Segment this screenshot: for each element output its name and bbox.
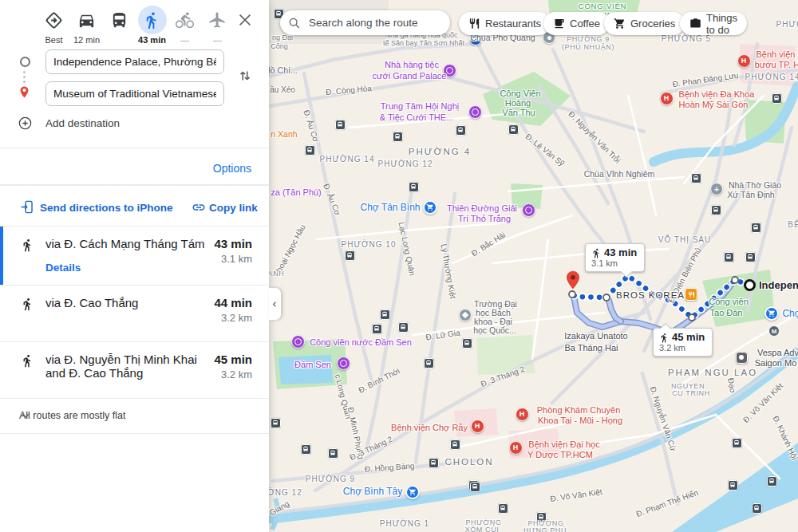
bus-icon[interactable] xyxy=(409,182,419,192)
bus-icon[interactable] xyxy=(724,252,734,262)
copy-link-button[interactable]: Copy link xyxy=(209,202,258,214)
bus-icon[interactable] xyxy=(345,250,355,261)
close-directions-button[interactable] xyxy=(236,11,254,29)
hospital-icon[interactable]: H xyxy=(737,54,751,68)
bus-icon[interactable] xyxy=(508,124,519,135)
bus-icon[interactable] xyxy=(728,480,738,491)
bus-icon[interactable] xyxy=(393,132,403,142)
hospital-icon[interactable]: H xyxy=(516,408,529,421)
origin-marker[interactable]: Independence xyxy=(744,279,798,291)
divider xyxy=(0,184,269,186)
bus-icon[interactable] xyxy=(450,439,460,450)
options-link[interactable]: Options xyxy=(213,162,251,175)
send-to-phone-icon xyxy=(20,199,35,215)
flight-icon xyxy=(208,11,227,30)
routes-footer-note[interactable]: All routes are mostly flat xyxy=(0,399,269,434)
search-along-route-bar[interactable] xyxy=(280,10,450,35)
destination-pin[interactable] xyxy=(563,269,583,294)
hospital-icon[interactable]: H xyxy=(660,92,674,105)
route-details-link[interactable]: Details xyxy=(45,262,81,274)
bus-icon[interactable] xyxy=(380,309,390,320)
mode-transit-button[interactable] xyxy=(103,3,136,45)
bus-icon[interactable] xyxy=(751,223,761,233)
origin-field-icon xyxy=(20,57,30,67)
bus-icon[interactable] xyxy=(398,322,409,333)
bus-icon[interactable] xyxy=(732,438,742,448)
add-destination-label: Add destination xyxy=(45,117,120,129)
chip-restaurants[interactable]: Restaurants xyxy=(459,12,551,35)
bus-icon[interactable] xyxy=(691,173,701,183)
metro-icon[interactable]: M xyxy=(768,325,780,337)
attraction-icon[interactable] xyxy=(443,64,456,77)
bus-icon[interactable] xyxy=(462,338,472,349)
bus-icon[interactable] xyxy=(328,448,338,459)
bus-icon[interactable] xyxy=(424,358,434,368)
route-options-list: via Đ. Cách Mạng Tháng Tám43 min3.1 kmDe… xyxy=(0,227,269,434)
bus-icon[interactable] xyxy=(498,503,508,514)
transit-icon xyxy=(110,11,128,30)
church-icon[interactable]: + xyxy=(710,183,723,195)
market-icon[interactable] xyxy=(764,306,779,321)
bus-icon[interactable] xyxy=(470,482,480,492)
things-to-do-icon xyxy=(689,18,701,30)
chip-groceries[interactable]: Groceries xyxy=(604,12,685,35)
chip-coffee[interactable]: Coffee xyxy=(543,12,610,35)
route-badge-alternate[interactable]: 45 min 3.2 km xyxy=(653,328,713,357)
bus-icon[interactable] xyxy=(305,145,315,156)
mode-bike-button[interactable]: — xyxy=(168,3,201,45)
destination-input[interactable] xyxy=(45,81,224,106)
hospital-icon[interactable]: H xyxy=(471,420,484,433)
hospital-icon[interactable]: H xyxy=(509,441,523,455)
collapse-panel-button[interactable] xyxy=(269,288,281,320)
chip-things-to-do[interactable]: Things to do xyxy=(680,12,747,35)
bus-icon[interactable] xyxy=(772,93,782,104)
attraction-icon[interactable] xyxy=(468,105,482,119)
bus-icon[interactable] xyxy=(456,125,466,136)
travel-mode-bar: Best12 min43 min—— xyxy=(38,3,234,45)
walking-icon xyxy=(21,238,34,252)
google-maps-directions-app: HHHHH+M CÔNG VIÊNGIA ĐỊNHPHƯỜNG 5PHƯỜNG … xyxy=(0,0,798,532)
route-option-2[interactable]: via Đ. Cao Thắng44 min3.2 km xyxy=(0,286,269,342)
bus-icon[interactable] xyxy=(711,205,721,215)
bus-icon[interactable] xyxy=(301,444,311,455)
share-row: Send directions to iPhone Copy link xyxy=(0,196,269,225)
mode-walk-button[interactable]: 43 min xyxy=(136,3,168,45)
moped-icon[interactable] xyxy=(736,352,748,364)
bus-icon[interactable] xyxy=(767,476,777,487)
attraction-icon[interactable] xyxy=(522,203,535,217)
mode-drive-button[interactable]: 12 min xyxy=(70,3,103,45)
route-distance: 3.2 km xyxy=(221,312,252,324)
search-input[interactable] xyxy=(307,16,452,30)
route-badge-primary[interactable]: 43 min 3.1 km xyxy=(585,243,645,272)
bus-icon[interactable] xyxy=(335,120,346,130)
waypoint-dots-icon xyxy=(23,71,26,83)
bus-icon[interactable] xyxy=(429,458,439,468)
attraction-icon[interactable] xyxy=(291,335,305,349)
bus-icon[interactable] xyxy=(752,503,762,514)
directions-panel: Best12 min43 min—— Add destination Optio… xyxy=(0,0,269,532)
bus-icon[interactable] xyxy=(536,512,547,522)
map-canvas[interactable]: HHHHH+M CÔNG VIÊNGIA ĐỊNHPHƯỜNG 5PHƯỜNG … xyxy=(269,0,798,532)
bus-icon[interactable] xyxy=(271,418,281,428)
route-via-label: via Đ. Nguyễn Thị Minh Khai and Đ. Cao T… xyxy=(45,353,219,380)
route-distance: 3.2 km xyxy=(221,368,252,380)
market-icon[interactable] xyxy=(423,200,437,215)
mode-flight-button[interactable]: — xyxy=(201,3,234,45)
restaurant-icon[interactable] xyxy=(685,288,697,301)
bus-icon[interactable] xyxy=(372,324,382,334)
origin-input[interactable] xyxy=(45,49,224,74)
send-directions-button[interactable]: Send directions to iPhone xyxy=(40,202,173,214)
route-duration: 43 min xyxy=(214,237,252,250)
university-icon[interactable] xyxy=(459,309,472,321)
attraction-icon[interactable] xyxy=(337,357,350,370)
route-polylines xyxy=(269,0,798,532)
route-option-3[interactable]: via Đ. Nguyễn Thị Minh Khai and Đ. Cao T… xyxy=(0,342,269,399)
mode-best-button[interactable]: Best xyxy=(38,3,70,45)
bus-icon[interactable] xyxy=(745,252,756,262)
walking-icon xyxy=(591,247,602,258)
add-destination-button[interactable]: Add destination xyxy=(0,114,269,136)
swap-origin-destination-button[interactable] xyxy=(236,67,254,85)
route-option-1[interactable]: via Đ. Cách Mạng Tháng Tám43 min3.1 kmDe… xyxy=(0,227,269,286)
market-icon[interactable] xyxy=(405,485,420,499)
drive-icon xyxy=(77,11,96,30)
